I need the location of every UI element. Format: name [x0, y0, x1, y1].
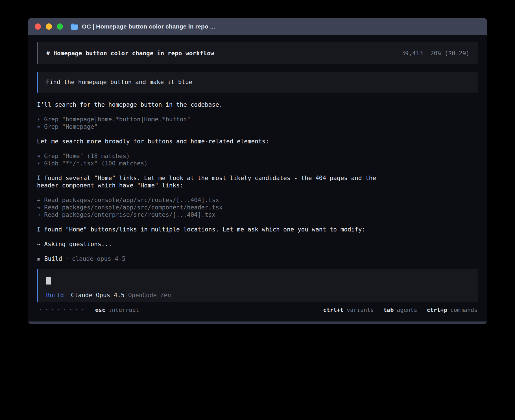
shortcut-label: commands — [450, 306, 477, 314]
token-count: 39,413 — [401, 50, 423, 57]
assistant-text-line: ~ Asking questions... — [37, 240, 389, 248]
agent-icon: ▣ — [37, 255, 40, 262]
tool-call-line: → Read packages/console/app/src/routes/[… — [37, 196, 389, 204]
blank-line — [37, 189, 389, 196]
tool-call-line: → Read packages/enterprise/src/routes/[.… — [37, 211, 389, 218]
close-button[interactable] — [35, 23, 41, 30]
context-cost: 20% ($0.29) — [430, 50, 470, 57]
session-title: # Homepage button color change in repo w… — [46, 50, 214, 57]
model-label: Claude Opus 4.5 — [71, 292, 125, 299]
shortcut-key: tab — [383, 306, 394, 314]
blank-line — [37, 248, 389, 255]
shortcut-variants: ctrl+tvariants — [323, 306, 374, 314]
prompt-input[interactable]: Build Claude Opus 4.5 OpenCode Zen — [37, 269, 478, 302]
tool-call-line: → Read packages/console/app/src/componen… — [37, 204, 389, 211]
tool-call-line: ∗ Grep "Home" (18 matches) — [37, 152, 389, 160]
minimize-button[interactable] — [46, 23, 52, 30]
status-left: ········ esc interrupt — [39, 306, 139, 314]
user-message-text: Find the homepage button and make it blu… — [46, 79, 192, 86]
assistant-text-line: Let me search more broadly for buttons a… — [37, 138, 389, 145]
agent-mode-label: Build — [46, 292, 64, 299]
assistant-text-line: I found several "Home" links. Let me loo… — [37, 174, 389, 189]
blank-line — [37, 145, 389, 152]
shortcut-key: ctrl+t — [323, 306, 343, 314]
shortcut-agents: tabagents — [383, 306, 417, 314]
folder-icon — [71, 23, 78, 30]
esc-key-hint: esc — [95, 306, 105, 314]
zoom-button[interactable] — [57, 23, 63, 30]
text-cursor — [46, 277, 51, 285]
window-title: OC | Homepage button color change in rep… — [82, 23, 215, 30]
session-header: # Homepage button color change in repo w… — [37, 42, 478, 64]
terminal-content: # Homepage button color change in repo w… — [28, 35, 487, 321]
window-bottom-edge — [28, 321, 487, 324]
input-meta: Build Claude Opus 4.5 OpenCode Zen — [46, 292, 470, 299]
assistant-text-line: I'll search for the homepage button in t… — [37, 101, 389, 108]
user-message: Find the homepage button and make it blu… — [37, 72, 478, 93]
traffic-lights — [35, 23, 63, 30]
tool-call-line: ∗ Grep "homepage|home.*button|Home.*butt… — [37, 116, 389, 123]
blank-line — [37, 108, 389, 116]
session-stats: 39,413 20% ($0.29) — [401, 50, 470, 57]
shortcut-key: ctrl+p — [427, 306, 447, 314]
shortcut-label: agents — [397, 306, 417, 314]
tool-call-line: ∗ Glob "**/*.tsx" (100 matches) — [37, 160, 389, 167]
agent-model: claude-opus-4-5 — [72, 255, 126, 262]
provider-label: OpenCode Zen — [128, 292, 171, 299]
tool-call-line: ∗ Grep "Homepage" — [37, 123, 389, 130]
status-bar: ········ esc interrupt ctrl+tvariantstab… — [37, 306, 478, 314]
blank-line — [37, 218, 389, 226]
agent-name: Build — [44, 255, 62, 262]
shortcut-commands: ctrl+pcommands — [427, 306, 477, 314]
assistant-text-line: I found "Home" buttons/links in multiple… — [37, 226, 389, 233]
agent-status-row: ▣ Build · claude-opus-4-5 — [37, 255, 478, 262]
terminal-window: OC | Homepage button color change in rep… — [28, 18, 487, 324]
shortcut-label: variants — [347, 306, 374, 314]
title-area: OC | Homepage button color change in rep… — [71, 23, 215, 30]
agent-separator: · — [65, 255, 69, 262]
spinner-dots: ········ — [39, 306, 87, 314]
esc-key-label: interrupt — [108, 306, 139, 314]
blank-line — [37, 233, 389, 240]
titlebar[interactable]: OC | Homepage button color change in rep… — [28, 18, 487, 35]
transcript: I'll search for the homepage button in t… — [37, 101, 389, 255]
blank-line — [37, 167, 389, 174]
blank-line — [37, 130, 389, 138]
status-shortcuts: ctrl+tvariantstabagentsctrl+pcommands — [323, 306, 477, 314]
